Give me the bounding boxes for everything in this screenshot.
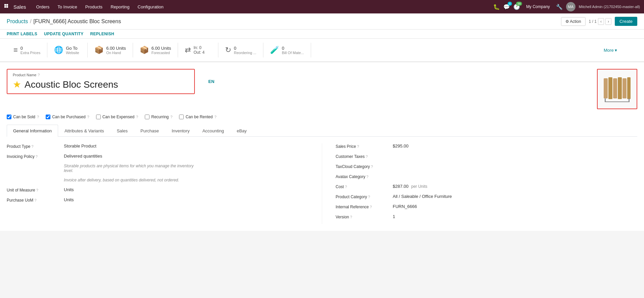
more-button[interactable]: More ▾ xyxy=(597,43,637,57)
tab-accounting[interactable]: Accounting xyxy=(196,125,230,137)
reordering-button[interactable]: ↻ 0 Reordering ... xyxy=(218,43,263,57)
sales-price-help[interactable]: ? xyxy=(357,144,359,148)
breadcrumb: Products / [FURN_6666] Acoustic Bloc Scr… xyxy=(7,18,121,25)
cost-help[interactable]: ? xyxy=(345,185,347,189)
clock-icon[interactable]: 🕐 38 xyxy=(513,4,520,10)
website-main: Go To xyxy=(66,46,79,51)
update-quantity-link[interactable]: UPDATE QUANTITY xyxy=(44,32,84,36)
svg-rect-5 xyxy=(608,77,612,99)
can-be-rented-help[interactable]: ? xyxy=(214,115,216,119)
language-badge[interactable]: EN xyxy=(202,79,221,84)
can-be-rented-field[interactable]: Can be Rented ? xyxy=(179,115,216,119)
can-be-sold-field[interactable]: Can be Sold ? xyxy=(7,115,39,119)
uom-help[interactable]: ? xyxy=(36,188,38,192)
internal-reference-value[interactable]: FURN_6666 xyxy=(393,204,637,209)
nav-to-invoice[interactable]: To Invoice xyxy=(54,3,81,11)
nav-products[interactable]: Products xyxy=(82,3,106,11)
avatax-row: Avatax Category ? xyxy=(336,174,637,179)
uom-value[interactable]: Units xyxy=(64,187,308,192)
avatax-help[interactable]: ? xyxy=(367,175,369,179)
print-labels-link[interactable]: PRINT LABELS xyxy=(7,32,37,36)
can-be-sold-label: Can be Sold xyxy=(13,115,35,119)
invoicing-policy-help[interactable]: ? xyxy=(36,155,38,159)
tab-right-column: Sales Price ? $295.00 Customer Taxes ? T… xyxy=(322,143,637,224)
product-image[interactable] xyxy=(597,69,637,109)
product-category-value[interactable]: All / Saleable / Office Furniture xyxy=(393,194,637,199)
tab-inventory[interactable]: Inventory xyxy=(165,125,196,137)
product-type-help[interactable]: ? xyxy=(32,144,34,148)
bug-icon[interactable]: 🐛 xyxy=(493,4,500,10)
flask-icon: 🧪 xyxy=(270,46,279,54)
product-name-box[interactable]: Product Name ? ★ Acoustic Bloc Screens xyxy=(7,69,195,94)
cost-value[interactable]: $287.00 xyxy=(393,184,409,189)
nav-reporting[interactable]: Reporting xyxy=(107,3,133,11)
recurring-checkbox[interactable] xyxy=(145,115,149,119)
tab-attributes-variants[interactable]: Attributes & Variants xyxy=(58,125,111,137)
tab-purchase[interactable]: Purchase xyxy=(134,125,165,137)
can-be-expensed-field[interactable]: Can be Expensed ? xyxy=(96,115,138,119)
nav-orders[interactable]: Orders xyxy=(33,3,53,11)
avatar[interactable]: MA xyxy=(566,2,575,11)
tab-general-information[interactable]: General Information xyxy=(7,125,58,137)
on-hand-button[interactable]: 📦 6.00 Units On Hand xyxy=(88,43,133,57)
purchase-uom-value[interactable]: Units xyxy=(64,197,308,202)
breadcrumb-current: [FURN_6666] Acoustic Bloc Screens xyxy=(34,18,121,25)
go-to-website-button[interactable]: 🌐 Go To Website xyxy=(47,43,88,57)
can-be-purchased-checkbox[interactable] xyxy=(46,115,50,119)
taxcloud-help[interactable]: ? xyxy=(371,165,373,169)
company-name: My Company xyxy=(526,4,550,9)
product-category-row: Product Category ? All / Saleable / Offi… xyxy=(336,194,637,199)
bom-button[interactable]: 🧪 0 Bill Of Mate... xyxy=(263,43,311,57)
recurring-label: Recurring xyxy=(151,115,169,119)
next-page-button[interactable]: › xyxy=(605,18,611,25)
grid-icon[interactable] xyxy=(4,4,9,10)
invoicing-policy-row: Invoicing Policy ? Delivered quantities xyxy=(7,154,308,159)
recurring-field[interactable]: Recurring ? xyxy=(145,115,172,119)
can-be-expensed-help[interactable]: ? xyxy=(136,115,138,119)
breadcrumb-separator: / xyxy=(30,18,31,25)
can-be-expensed-checkbox[interactable] xyxy=(96,115,101,119)
customer-taxes-help[interactable]: ? xyxy=(366,155,368,159)
tab-ebay[interactable]: eBay xyxy=(230,125,253,137)
breadcrumb-parent[interactable]: Products xyxy=(7,18,28,25)
star-icon[interactable]: ★ xyxy=(13,79,21,90)
nav-configuration[interactable]: Configuration xyxy=(134,3,167,11)
create-button[interactable]: Create xyxy=(615,17,637,26)
can-be-sold-checkbox[interactable] xyxy=(7,115,11,119)
purchase-uom-help[interactable]: ? xyxy=(34,198,36,202)
sales-price-value[interactable]: $295.00 xyxy=(393,143,637,148)
svg-rect-0 xyxy=(4,4,6,6)
internal-reference-label: Internal Reference ? xyxy=(336,204,389,209)
can-be-sold-help[interactable]: ? xyxy=(37,115,39,119)
top-navigation: Sales Orders To Invoice Products Reporti… xyxy=(0,0,644,13)
app-name[interactable]: Sales xyxy=(13,4,26,10)
forecasted-button[interactable]: 📦 6.00 Units Forecasted xyxy=(133,43,178,57)
wrench-icon[interactable]: 🔧 xyxy=(556,4,563,10)
replenish-link[interactable]: REPLENISH xyxy=(90,32,114,36)
tab-sales[interactable]: Sales xyxy=(110,125,134,137)
internal-reference-help[interactable]: ? xyxy=(370,205,372,209)
in-out-button[interactable]: ⇄ In: 0 Out: 4 xyxy=(178,43,218,57)
purchase-uom-row: Purchase UoM ? Units xyxy=(7,197,308,203)
website-text: Go To Website xyxy=(66,46,79,55)
action-button[interactable]: ⚙ Action xyxy=(561,17,586,26)
product-name-help[interactable]: ? xyxy=(38,73,40,77)
invoice-note: Invoice after delivery, based on quantit… xyxy=(64,178,198,182)
prev-page-button[interactable]: ‹ xyxy=(598,18,604,25)
sales-price-row: Sales Price ? $295.00 xyxy=(336,143,637,149)
bom-value: 0 xyxy=(282,46,304,51)
invoicing-policy-value[interactable]: Delivered quantities xyxy=(64,154,308,159)
can-be-purchased-label: Can be Purchased xyxy=(52,115,85,119)
extra-prices-button[interactable]: ≡ 0 Extra Prices xyxy=(7,43,47,57)
extra-prices-text: 0 Extra Prices xyxy=(20,46,40,55)
product-type-value[interactable]: Storable Product xyxy=(64,143,308,148)
svg-rect-4 xyxy=(604,78,608,98)
recurring-help[interactable]: ? xyxy=(170,115,172,119)
can-be-purchased-field[interactable]: Can be Purchased ? xyxy=(46,115,89,119)
username: Mitchell Admin (21702450-master-all) xyxy=(579,5,640,9)
chat-icon[interactable]: 💬 8 xyxy=(503,4,510,10)
product-category-help[interactable]: ? xyxy=(368,195,370,199)
version-help[interactable]: ? xyxy=(350,215,352,219)
can-be-purchased-help[interactable]: ? xyxy=(87,115,89,119)
can-be-rented-checkbox[interactable] xyxy=(179,115,184,119)
